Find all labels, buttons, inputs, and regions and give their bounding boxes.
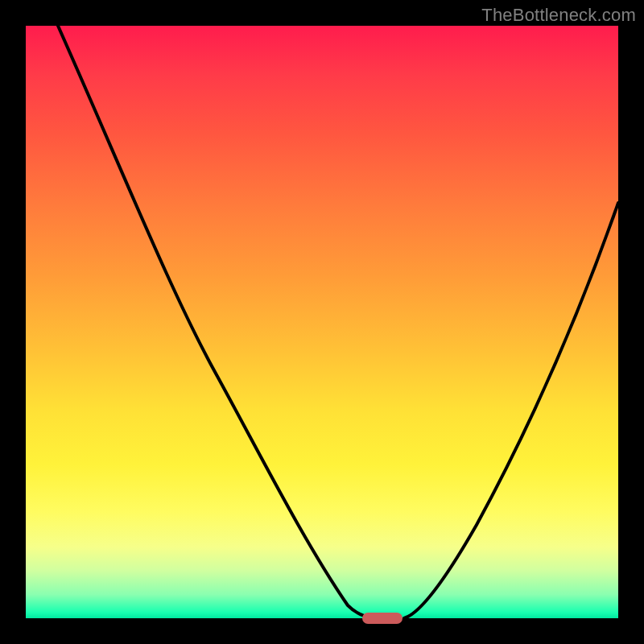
curve-left [58, 26, 380, 618]
chart-frame: TheBottleneck.com [0, 0, 644, 644]
optimal-marker [362, 613, 402, 624]
watermark-label: TheBottleneck.com [481, 5, 636, 26]
curve-right [404, 203, 618, 618]
plot-area [26, 26, 618, 618]
bottleneck-curve [26, 26, 618, 618]
